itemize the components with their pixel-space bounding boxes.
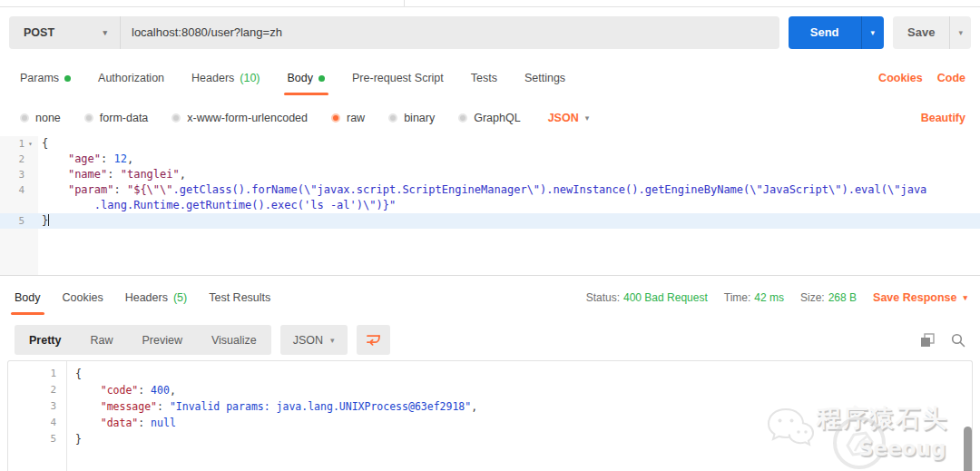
view-tab-visualize[interactable]: Visualize xyxy=(197,334,271,347)
url-input[interactable] xyxy=(121,25,779,39)
tab-settings[interactable]: Settings xyxy=(524,56,565,100)
line-gutter: 3 xyxy=(0,167,38,182)
beautify-button[interactable]: Beautify xyxy=(921,100,965,136)
response-tool-icons xyxy=(920,319,965,360)
send-button[interactable]: Send ▾ xyxy=(789,16,884,49)
code-content: "name": "tanglei", xyxy=(38,167,186,182)
save-button-label[interactable]: Save xyxy=(893,16,949,49)
line-gutter: 4 xyxy=(0,182,38,213)
fold-icon[interactable]: ▾ xyxy=(24,136,36,152)
body-type-label: x-www-form-urlencoded xyxy=(187,112,308,124)
code-line: 2 "code": 400, xyxy=(8,382,972,398)
response-toolbar: PrettyRawPreviewVisualize JSON ▾ xyxy=(0,319,980,360)
response-tab-label: Cookies xyxy=(63,291,103,304)
response-language-dropdown[interactable]: JSON ▾ xyxy=(280,325,348,355)
body-type-binary[interactable]: binary xyxy=(388,112,435,124)
code-row: { xyxy=(42,136,48,152)
save-response-button[interactable]: Save Response ▾ xyxy=(873,291,967,304)
body-type-x-www-form-urlencoded[interactable]: x-www-form-urlencoded xyxy=(172,112,308,124)
cookies-link[interactable]: Cookies xyxy=(878,72,923,84)
request-links: Cookies Code xyxy=(878,56,965,100)
tab-label: Headers xyxy=(191,72,234,84)
tab-headers[interactable]: Headers(10) xyxy=(191,56,260,100)
chevron-down-icon: ▾ xyxy=(103,28,107,37)
line-gutter: 5 xyxy=(0,213,38,229)
send-options-chevron-icon[interactable]: ▾ xyxy=(861,16,885,49)
code-content: "code": 400, xyxy=(66,382,176,398)
count-badge: (10) xyxy=(240,72,260,84)
response-tab-body[interactable]: Body xyxy=(15,276,41,319)
line-gutter: 2 xyxy=(0,152,38,167)
copy-button[interactable] xyxy=(920,333,935,348)
line-number: 5 xyxy=(3,213,24,229)
tab-label: Authorization xyxy=(98,72,164,84)
radio-icon xyxy=(331,113,340,123)
body-type-label: GraphQL xyxy=(474,112,520,124)
body-type-row: noneform-datax-www-form-urlencodedrawbin… xyxy=(0,100,980,136)
tab-authorization[interactable]: Authorization xyxy=(98,56,164,100)
code-line: 3 "name": "tanglei", xyxy=(0,167,980,182)
body-type-none[interactable]: none xyxy=(20,112,61,124)
code-content: } xyxy=(38,213,49,229)
line-gutter: 1▾ xyxy=(0,136,38,152)
tab-pre-request-script[interactable]: Pre-request Script xyxy=(352,56,444,100)
code-content: { xyxy=(38,136,48,152)
response-tab-headers[interactable]: Headers(5) xyxy=(125,276,188,319)
response-meta: Status: 400 Bad Request Time: 42 ms Size… xyxy=(586,276,967,319)
code-row: } xyxy=(42,213,49,229)
green-dot-icon xyxy=(318,75,325,82)
view-tab-pretty[interactable]: Pretty xyxy=(15,334,75,347)
response-body-viewer[interactable]: 1{2 "code": 400,3 "message": "Invalid pa… xyxy=(7,360,973,471)
tab-label: Settings xyxy=(524,72,565,84)
body-type-label: raw xyxy=(347,112,365,124)
method-dropdown[interactable]: POST ▾ xyxy=(9,26,120,39)
code-row: .lang.Runtime.getRuntime().exec('ls -al'… xyxy=(42,198,926,213)
response-tab-label: Headers xyxy=(125,291,168,304)
code-row: "data": null xyxy=(75,415,176,431)
code-line: 5} xyxy=(8,431,972,447)
code-content: "message": "Invalid params: java.lang.UN… xyxy=(66,398,477,415)
chevron-down-icon: ▾ xyxy=(963,293,967,302)
tab-tests[interactable]: Tests xyxy=(471,56,497,100)
window-top-strip xyxy=(0,0,980,7)
line-gutter: 5 xyxy=(8,431,66,447)
tab-params[interactable]: Params xyxy=(20,56,71,100)
response-tab-test-results[interactable]: Test Results xyxy=(209,276,270,319)
copy-icon xyxy=(920,333,935,348)
send-button-label[interactable]: Send xyxy=(789,16,861,49)
view-tab-raw[interactable]: Raw xyxy=(75,334,127,347)
search-button[interactable] xyxy=(951,333,965,348)
tab-label: Pre-request Script xyxy=(352,72,444,84)
code-line: 2 "age": 12, xyxy=(0,152,980,167)
code-row: "message": "Invalid params: java.lang.UN… xyxy=(75,398,477,415)
request-language-dropdown[interactable]: JSON▾ xyxy=(548,112,590,124)
code-line: 1{ xyxy=(8,366,972,382)
request-language-label: JSON xyxy=(548,112,579,124)
radio-icon xyxy=(458,113,467,123)
response-tab-cookies[interactable]: Cookies xyxy=(63,276,103,319)
code-row: "name": "tanglei", xyxy=(42,167,186,182)
code-line: 3 "message": "Invalid params: java.lang.… xyxy=(8,398,972,415)
request-body-editor[interactable]: 1▾{2 "age": 12,3 "name": "tanglei",4 "pa… xyxy=(0,136,980,275)
request-url-bar: POST ▾ Send ▾ Save ▾ xyxy=(0,8,980,56)
code-content: } xyxy=(66,431,82,447)
code-row: "param": "${\"\".getClass().forName(\"ja… xyxy=(42,182,926,198)
url-box: POST ▾ xyxy=(9,16,779,49)
save-options-chevron-icon[interactable]: ▾ xyxy=(949,16,971,49)
save-button[interactable]: Save ▾ xyxy=(893,16,971,49)
code-content: { xyxy=(66,366,82,382)
body-type-label: binary xyxy=(404,112,435,124)
line-number: 4 xyxy=(50,417,56,428)
code-row: "code": 400, xyxy=(75,382,176,398)
code-link[interactable]: Code xyxy=(937,72,965,84)
time-badge: Time: 42 ms xyxy=(724,291,784,304)
vertical-scrollbar-thumb[interactable] xyxy=(964,427,972,471)
tab-body[interactable]: Body xyxy=(288,56,326,100)
view-tab-preview[interactable]: Preview xyxy=(127,334,196,347)
radio-icon xyxy=(84,113,93,123)
body-type-graphql[interactable]: GraphQL xyxy=(458,112,520,124)
body-type-form-data[interactable]: form-data xyxy=(84,112,149,124)
wrap-lines-button[interactable] xyxy=(357,325,390,355)
chevron-down-icon: ▾ xyxy=(585,113,590,123)
body-type-raw[interactable]: raw xyxy=(331,112,365,124)
